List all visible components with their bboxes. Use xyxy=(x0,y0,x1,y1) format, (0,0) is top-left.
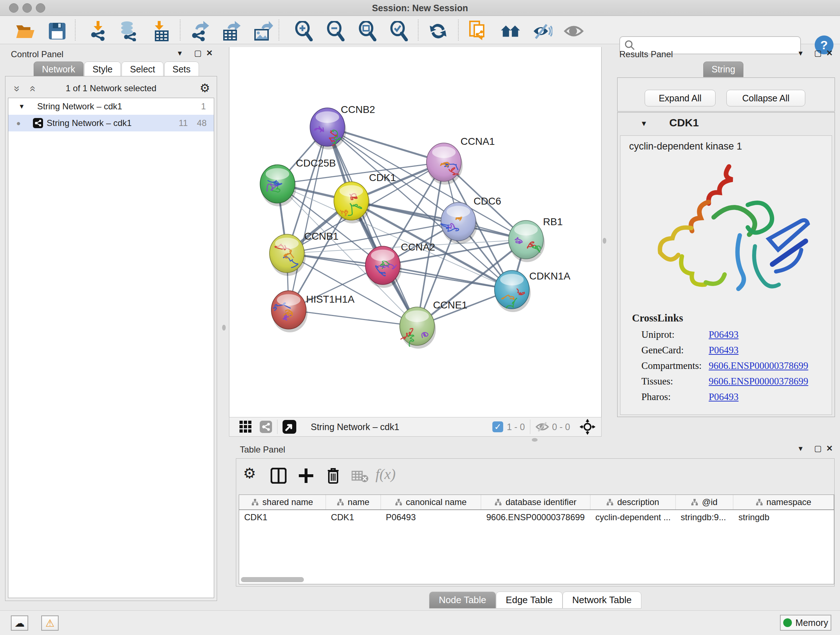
fit-crosshair-icon[interactable] xyxy=(579,419,595,435)
crosslink-link[interactable]: 9606.ENSP00000378699 xyxy=(709,360,808,371)
crosslink-row: Pharos:P06493 xyxy=(641,391,832,402)
table-header-row: shared namenamecanonical namedatabase id… xyxy=(239,495,834,510)
cloud-status-button[interactable]: ☁ xyxy=(11,616,28,631)
right-splitter-handle[interactable] xyxy=(603,238,606,244)
collection-expander-icon[interactable]: ▼ xyxy=(19,103,25,111)
results-panel-menu-icon[interactable]: ▾ xyxy=(794,49,807,58)
open-session-icon[interactable] xyxy=(15,21,35,41)
crosslink-link[interactable]: 9606.ENSP00000378699 xyxy=(709,376,808,387)
selected-nodes-checkbox[interactable]: ✓ xyxy=(493,421,503,432)
column-header-name[interactable]: name xyxy=(326,495,381,509)
zoom-in-icon[interactable] xyxy=(294,21,314,41)
table-settings-gear-icon[interactable]: ⚙ xyxy=(243,465,256,481)
results-panel-close-icon[interactable]: ✕ xyxy=(823,49,836,58)
column-header-description[interactable]: description xyxy=(591,495,676,509)
node-label-CCNA1: CCNA1 xyxy=(461,136,495,147)
home-view-icon[interactable] xyxy=(500,21,521,41)
tab-network[interactable]: Network xyxy=(34,62,84,77)
crosslink-link[interactable]: P06493 xyxy=(709,391,739,402)
zoom-selected-icon[interactable] xyxy=(389,21,409,41)
control-panel-close-icon[interactable]: ✕ xyxy=(203,49,216,58)
tab-edge-table[interactable]: Edge Table xyxy=(496,592,562,608)
left-splitter-handle[interactable] xyxy=(222,325,226,331)
column-header-database-identifier[interactable]: database identifier xyxy=(481,495,591,509)
network-view-title: String Network – cdk1 xyxy=(311,422,399,432)
zoom-out-icon[interactable] xyxy=(325,21,346,41)
birdseye-view-icon[interactable] xyxy=(283,420,296,434)
crosslinks-title: CrossLinks xyxy=(632,312,832,324)
table-panel-close-icon[interactable]: ✕ xyxy=(823,444,836,453)
toolbar-separator xyxy=(75,19,76,41)
delete-table-icon[interactable] xyxy=(352,470,368,485)
tab-node-table[interactable]: Node Table xyxy=(429,592,496,608)
network-row[interactable]: ● String Network – cdk1 11 48 xyxy=(8,115,214,131)
table-panel-menu-icon[interactable]: ▾ xyxy=(794,444,807,453)
add-column-icon[interactable] xyxy=(298,468,314,485)
control-panel-menu-icon[interactable]: ▾ xyxy=(174,49,186,58)
column-header-namespace[interactable]: namespace xyxy=(733,495,834,509)
bottom-splitter-handle[interactable] xyxy=(532,438,538,442)
warning-icon: ⚠ xyxy=(45,617,54,629)
collapse-all-button[interactable]: Collapse All xyxy=(726,90,805,106)
column-header-@id[interactable]: @id xyxy=(676,495,734,509)
tab-select[interactable]: Select xyxy=(122,62,163,77)
table-row[interactable]: CDK1CDK1P064939606.ENSP00000378699cyclin… xyxy=(239,510,834,524)
refresh-layout-icon[interactable] xyxy=(428,21,448,41)
import-network-icon[interactable] xyxy=(88,21,108,41)
table-horizontal-scrollbar[interactable] xyxy=(241,577,304,582)
network-node-CCNB1[interactable]: CCNB1 xyxy=(270,231,339,276)
table-cell: stringdb:9... xyxy=(676,510,734,524)
network-share-icon[interactable] xyxy=(260,421,272,433)
hide-unhide-icon[interactable] xyxy=(532,21,553,41)
node-label-CDK1: CDK1 xyxy=(369,172,396,183)
column-header-canonical-name[interactable]: canonical name xyxy=(381,495,482,509)
crosslink-link[interactable]: P06493 xyxy=(709,345,739,356)
toolbar-separator xyxy=(180,19,180,41)
node-label-CCNB2: CCNB2 xyxy=(341,104,375,115)
network-node-CDKN1A[interactable]: CDKN1A xyxy=(494,271,570,312)
crosslink-label: GeneCard: xyxy=(641,345,709,356)
copy-network-icon[interactable] xyxy=(468,21,488,41)
export-image-icon[interactable] xyxy=(253,21,273,41)
network-node-RB1[interactable]: RB1 xyxy=(508,216,562,262)
crosslink-link[interactable]: P06493 xyxy=(709,329,739,340)
expand-all-button[interactable]: Expand All xyxy=(645,90,715,106)
gene-section-expander-icon[interactable]: ▼ xyxy=(640,119,647,128)
column-header-shared-name[interactable]: shared name xyxy=(239,495,326,509)
show-columns-icon[interactable] xyxy=(271,468,286,485)
delete-column-trash-icon[interactable] xyxy=(325,467,341,486)
tab-style[interactable]: Style xyxy=(84,62,121,77)
function-builder-icon[interactable]: f(x) xyxy=(376,466,396,483)
import-table-icon[interactable] xyxy=(150,21,171,41)
network-collection-row[interactable]: ▼ String Network – cdk1 1 xyxy=(8,98,214,115)
network-view-canvas[interactable]: CCNB2CCNA1CDC25BCDK1CDC6RB1CCNB1CCNA2CDK… xyxy=(229,47,602,417)
table-cell: 9606.ENSP00000378699 xyxy=(481,510,591,524)
search-input[interactable] xyxy=(635,40,791,50)
network-node-CCNE1[interactable]: CCNE1 xyxy=(400,299,467,348)
eye-icon[interactable] xyxy=(564,21,584,41)
network-node-CDC25B[interactable]: CDC25B xyxy=(260,157,336,206)
tab-string[interactable]: String xyxy=(703,62,744,77)
export-table-icon[interactable] xyxy=(221,21,242,41)
crosslinks-list: Uniprot:P06493GeneCard:P06493Compartment… xyxy=(641,329,832,402)
tab-network-table[interactable]: Network Table xyxy=(562,592,641,608)
grid-view-icon[interactable] xyxy=(240,421,252,433)
save-session-icon[interactable] xyxy=(47,21,67,41)
zoom-fit-icon[interactable] xyxy=(357,21,378,41)
control-panel-float-icon[interactable]: ▢ xyxy=(192,49,204,58)
network-list-options-gear-icon[interactable]: ⚙ xyxy=(200,81,210,95)
export-network-icon[interactable] xyxy=(190,21,210,41)
node-table[interactable]: shared namenamecanonical namedatabase id… xyxy=(239,494,834,584)
network-node-CCNB2[interactable]: CCNB2 xyxy=(310,104,375,149)
table-panel-float-icon[interactable]: ▢ xyxy=(812,444,824,453)
network-list-utility-row: » « 1 of 1 Network selected ⚙ xyxy=(8,80,214,96)
import-network-from-database-icon[interactable] xyxy=(118,21,139,41)
memory-button[interactable]: Memory xyxy=(780,615,831,631)
memory-status-dot xyxy=(783,618,792,627)
node-label-CDKN1A: CDKN1A xyxy=(529,271,570,282)
warnings-button[interactable]: ⚠ xyxy=(41,616,58,631)
results-panel-float-icon[interactable]: ▢ xyxy=(812,49,824,58)
tab-sets[interactable]: Sets xyxy=(164,62,199,77)
network-node-HIST1H1A[interactable]: HIST1H1A xyxy=(271,291,355,333)
network-node-CDC6[interactable]: CDC6 xyxy=(441,195,501,244)
